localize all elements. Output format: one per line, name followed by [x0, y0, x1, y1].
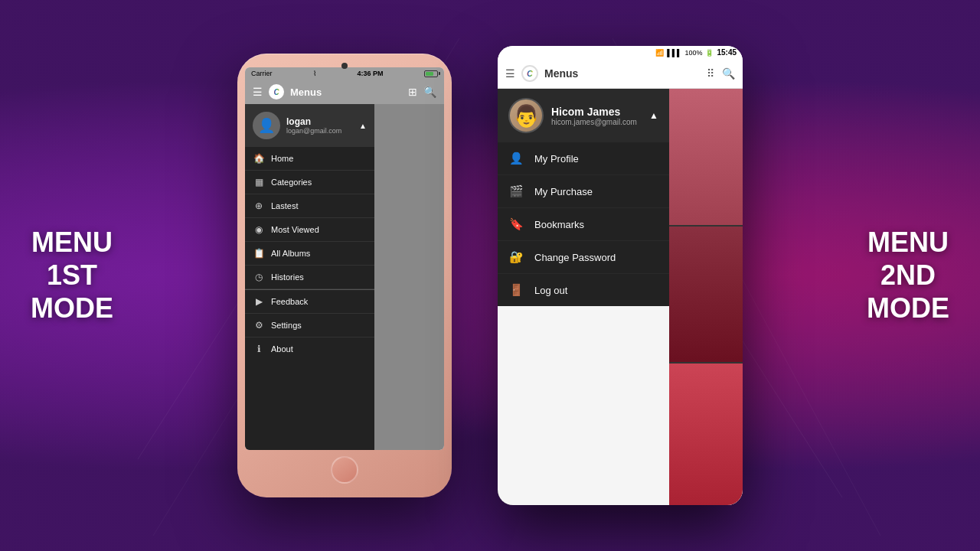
- android-menu-item-change-password[interactable]: 🔐 Change Password: [498, 241, 669, 274]
- feedback-icon: ▶: [253, 296, 265, 307]
- battery-icon: [424, 70, 438, 77]
- android-app-logo: C: [521, 65, 538, 82]
- iphone-screen: Carrier ⌇ 4:36 PM ☰ C Menus ⊞ 🔍: [245, 67, 444, 450]
- bookmarks-icon: 🔖: [508, 217, 524, 231]
- app-logo: C: [269, 84, 284, 99]
- drawer-user-name: logan: [286, 116, 353, 127]
- menu-item-about-label: About: [271, 344, 293, 354]
- purchase-icon: 🎬: [508, 184, 524, 198]
- menu-item-histories-label: Histories: [271, 272, 304, 282]
- android-wifi-icon: 📶: [655, 49, 664, 57]
- android-hamburger-icon[interactable]: ☰: [505, 67, 515, 80]
- drawer-user-email: logan@gmail.com: [286, 127, 353, 135]
- settings-icon: ⚙: [253, 320, 265, 331]
- menu-item-all-albums[interactable]: 📋 All Albums: [245, 242, 374, 266]
- all-albums-icon: 📋: [253, 248, 265, 259]
- menu-item-lastest-label: Lastest: [271, 201, 298, 210]
- histories-icon: ◷: [253, 272, 265, 282]
- hamburger-icon[interactable]: ☰: [253, 86, 263, 98]
- my-purchase-label: My Purchase: [534, 186, 593, 197]
- android-clock: 15:45: [717, 48, 737, 57]
- chevron-up-icon[interactable]: ▲: [359, 122, 367, 130]
- menu-item-lastest[interactable]: ⊕ Lastest: [245, 194, 374, 218]
- grid-icon[interactable]: ⊞: [408, 86, 417, 98]
- menu-item-settings-label: Settings: [271, 321, 302, 330]
- android-drawer-area: 👨 Hicom James hicom.james@gmail.com ▲ 👤 …: [498, 89, 743, 505]
- android-menu-item-my-purchase[interactable]: 🎬 My Purchase: [498, 175, 669, 208]
- menu-item-categories[interactable]: ▦ Categories: [245, 171, 374, 194]
- menu-item-all-albums-label: All Albums: [271, 249, 310, 258]
- search-icon[interactable]: 🔍: [423, 86, 436, 98]
- bookmarks-label: Bookmarks: [534, 219, 584, 230]
- mode-label-left: MENU 1ST MODE: [31, 226, 113, 325]
- iphone-home-button[interactable]: [331, 456, 358, 484]
- menu-item-home-label: Home: [271, 154, 293, 163]
- ios-battery: [424, 70, 438, 77]
- android-statusbar: 📶 ▌▌▌ 100% 🔋 15:45: [498, 46, 743, 59]
- android-chevron-up-icon[interactable]: ▲: [649, 110, 658, 121]
- app-name: Menus: [290, 86, 402, 98]
- change-password-icon: 🔐: [508, 250, 524, 264]
- most-viewed-icon: ◉: [253, 224, 265, 235]
- menu-item-home[interactable]: 🏠 Home: [245, 147, 374, 171]
- android-grid-icon[interactable]: ⠿: [707, 67, 714, 80]
- android-toolbar-icons: ⠿ 🔍: [707, 67, 735, 80]
- menu-item-most-viewed-label: Most Viewed: [271, 225, 319, 234]
- drawer-user-info: logan logan@gmail.com: [286, 116, 353, 135]
- logout-label: Log out: [534, 285, 567, 296]
- android-menu-item-my-profile[interactable]: 👤 My Profile: [498, 142, 669, 175]
- ios-wifi-icon: ⌇: [313, 70, 316, 77]
- android-drawer-header: 👨 Hicom James hicom.james@gmail.com ▲: [498, 89, 669, 142]
- ios-carrier: Carrier: [251, 70, 273, 77]
- menu-item-about[interactable]: ℹ About: [245, 337, 374, 360]
- android-drawer: 👨 Hicom James hicom.james@gmail.com ▲ 👤 …: [498, 89, 669, 306]
- android-signal-icon: ▌▌▌: [667, 49, 681, 57]
- menu-item-settings[interactable]: ⚙ Settings: [245, 314, 374, 337]
- android-user-info: Hicom James hicom.james@gmail.com: [551, 106, 642, 126]
- phones-container: Carrier ⌇ 4:36 PM ☰ C Menus ⊞ 🔍: [0, 0, 980, 551]
- android-user-name: Hicom James: [551, 106, 642, 118]
- about-icon: ℹ: [253, 344, 265, 354]
- android-toolbar: ☰ C Menus ⠿ 🔍: [498, 59, 743, 89]
- android-user-email: hicom.james@gmail.com: [551, 118, 642, 126]
- menu-item-feedback-label: Feedback: [271, 297, 308, 306]
- battery-fill: [426, 72, 433, 76]
- android-device: 📶 ▌▌▌ 100% 🔋 15:45 ☰ C Menus ⠿ 🔍: [498, 46, 743, 505]
- android-avatar-icon: 👨: [513, 103, 540, 129]
- android-logo-c: C: [527, 69, 533, 78]
- logo-c-text: C: [273, 88, 279, 96]
- menu-item-categories-label: Categories: [271, 178, 312, 187]
- home-icon: 🏠: [253, 153, 265, 164]
- ios-toolbar-icons: ⊞ 🔍: [408, 86, 436, 98]
- android-search-icon[interactable]: 🔍: [722, 67, 735, 80]
- drawer-avatar: 👤: [253, 112, 280, 139]
- iphone-device: Carrier ⌇ 4:36 PM ☰ C Menus ⊞ 🔍: [237, 54, 452, 497]
- ios-drawer: 👤 logan logan@gmail.com ▲ 🏠 Home: [245, 104, 374, 450]
- android-content-right: [669, 89, 743, 505]
- android-menu-item-logout[interactable]: 🚪 Log out: [498, 274, 669, 306]
- android-avatar: 👨: [508, 98, 544, 133]
- ios-toolbar: ☰ C Menus ⊞ 🔍: [245, 80, 444, 104]
- ios-time: 4:36 PM: [357, 70, 383, 77]
- lastest-icon: ⊕: [253, 201, 265, 211]
- ios-statusbar: Carrier ⌇ 4:36 PM: [245, 67, 444, 80]
- android-screen: 📶 ▌▌▌ 100% 🔋 15:45 ☰ C Menus ⠿ 🔍: [498, 46, 743, 505]
- menu-item-feedback[interactable]: ▶ Feedback: [245, 290, 374, 314]
- menu-item-most-viewed[interactable]: ◉ Most Viewed: [245, 218, 374, 242]
- logout-icon: 🚪: [508, 283, 524, 297]
- avatar-icon: 👤: [258, 117, 275, 134]
- android-app-name: Menus: [544, 67, 701, 80]
- categories-icon: ▦: [253, 177, 265, 187]
- change-password-label: Change Password: [534, 252, 616, 263]
- android-menu-item-bookmarks[interactable]: 🔖 Bookmarks: [498, 208, 669, 241]
- android-battery-text: 100%: [684, 49, 702, 57]
- menu-item-histories[interactable]: ◷ Histories: [245, 266, 374, 289]
- my-profile-label: My Profile: [534, 153, 579, 165]
- drawer-header: 👤 logan logan@gmail.com ▲: [245, 104, 374, 147]
- profile-icon: 👤: [508, 152, 524, 165]
- mode-label-right: MENU 2ND MODE: [867, 226, 949, 325]
